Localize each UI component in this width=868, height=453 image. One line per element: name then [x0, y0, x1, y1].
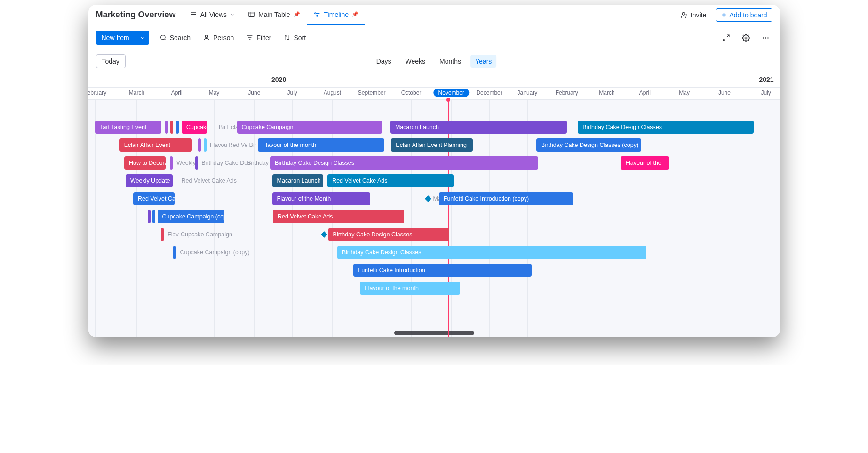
- timeline-truncated-label[interactable]: Red Velvet Cake Ads: [180, 174, 237, 187]
- month-label[interactable]: July: [761, 89, 771, 96]
- timeline-truncated-label[interactable]: Birthday Cake Desi: [199, 156, 252, 170]
- person-button[interactable]: Person: [201, 32, 236, 43]
- timeline-canvas[interactable]: BirEclaCupcakeTart Tasting EventCupcake …: [88, 100, 780, 337]
- timeline-bar[interactable]: Weekly Update: [126, 174, 173, 187]
- timeline-bar[interactable]: Flavour of the month: [360, 282, 460, 295]
- timeline-bar[interactable]: Cupcake Campaign: [237, 121, 382, 134]
- search-icon: [159, 34, 167, 41]
- month-label[interactable]: May: [209, 89, 220, 96]
- more-button[interactable]: [759, 31, 772, 44]
- add-to-board-button[interactable]: Add to board: [716, 8, 772, 22]
- month-label[interactable]: July: [287, 89, 297, 96]
- month-label[interactable]: August: [324, 89, 341, 96]
- tab-timeline[interactable]: Timeline 📌: [307, 5, 365, 25]
- month-header: FebruaryMarchAprilMayJuneJulyAugustSepte…: [88, 88, 780, 100]
- timeline-bar[interactable]: Cupcake: [182, 121, 207, 134]
- settings-button[interactable]: [740, 31, 753, 44]
- timeline-bar[interactable]: Flavour of the Month: [272, 192, 371, 205]
- timeline-bar-stub[interactable]: [173, 246, 176, 259]
- timeline-bar-stub[interactable]: [195, 156, 198, 170]
- timeline-bar-stub[interactable]: [148, 210, 151, 223]
- timeline-bar[interactable]: Macaron Launch: [390, 121, 567, 134]
- month-label[interactable]: December: [476, 89, 502, 96]
- gridline: [725, 100, 725, 337]
- month-label[interactable]: March: [599, 89, 614, 96]
- filter-button[interactable]: Filter: [244, 32, 273, 43]
- timeline-bar[interactable]: Eclair Affair Event: [119, 138, 192, 152]
- timeline-bar[interactable]: Funfetti Cake Introduction: [353, 264, 532, 277]
- timeline-truncated-label[interactable]: Red Ve: [227, 138, 248, 152]
- sort-button[interactable]: Sort: [281, 32, 308, 43]
- timeline-truncated-label[interactable]: Bir: [247, 138, 256, 152]
- month-label[interactable]: October: [401, 89, 422, 96]
- timeline-truncated-label[interactable]: Flavou: [208, 138, 228, 152]
- zoom-months[interactable]: Months: [435, 55, 466, 68]
- invite-button[interactable]: Invite: [676, 8, 711, 22]
- month-label[interactable]: September: [358, 89, 386, 96]
- timeline-bar[interactable]: Eclair Affair Event Planning: [391, 138, 472, 152]
- timeline-bar[interactable]: Macaron Launch Pa: [272, 174, 324, 187]
- timeline-bar-stub[interactable]: [176, 121, 179, 134]
- timeline-bar[interactable]: Birthday Cake Design Classes: [270, 156, 538, 170]
- month-label[interactable]: January: [518, 89, 538, 96]
- range-bar: Today DaysWeeksMonthsYears: [88, 50, 780, 73]
- tab-label: Timeline: [324, 11, 349, 18]
- month-label[interactable]: June: [718, 89, 731, 96]
- timeline-bar[interactable]: How to Decora: [124, 156, 166, 170]
- month-label[interactable]: April: [639, 89, 651, 96]
- timeline-truncated-label[interactable]: Flav: [166, 228, 179, 241]
- timeline-bar[interactable]: Red Velvet Cake Ads: [273, 210, 404, 223]
- timeline-bar[interactable]: Birthday Cake Design Classes (copy): [536, 138, 641, 152]
- timeline-bar[interactable]: Flavour of the month: [258, 138, 384, 152]
- gridline: [136, 100, 137, 337]
- timeline-bar-stub[interactable]: [198, 138, 201, 152]
- tab-all-views[interactable]: All Views: [183, 5, 242, 25]
- tab-main-table[interactable]: Main Table 📌: [241, 5, 306, 25]
- timeline-truncated-label[interactable]: Bir: [217, 121, 226, 134]
- search-button[interactable]: Search: [158, 32, 192, 43]
- timeline-milestone[interactable]: [425, 195, 431, 202]
- year-divider: [507, 73, 507, 87]
- month-label[interactable]: May: [679, 89, 690, 96]
- timeline-truncated-label[interactable]: Ecla: [225, 121, 239, 134]
- timeline-truncated-label[interactable]: Birthday: [245, 156, 269, 170]
- timeline-truncated-label[interactable]: Cupcake Campaign (copy): [178, 246, 250, 259]
- month-label[interactable]: February: [88, 89, 107, 96]
- timeline-bar[interactable]: Flavour of the: [621, 156, 669, 170]
- timeline-bar[interactable]: Birthday Cake Design Classes: [337, 246, 646, 259]
- fullscreen-button[interactable]: [720, 31, 733, 44]
- month-label[interactable]: April: [171, 89, 183, 96]
- timeline-bar[interactable]: Birthday Cake Design Classes: [578, 121, 753, 134]
- gridline: [95, 100, 96, 337]
- timeline-bar-stub[interactable]: [165, 121, 168, 134]
- timeline-bar[interactable]: Tart Tasting Event: [95, 121, 161, 134]
- timeline-truncated-label[interactable]: Weekly: [175, 156, 196, 170]
- month-label[interactable]: February: [556, 89, 578, 96]
- chevron-down-icon: [230, 12, 235, 17]
- timeline-bar-stub[interactable]: [170, 121, 173, 134]
- timeline-bar-stub[interactable]: [204, 138, 207, 152]
- gridline: [645, 100, 645, 337]
- timeline-bar-stub[interactable]: [170, 156, 173, 170]
- new-item-dropdown[interactable]: [135, 31, 149, 45]
- timeline-bar[interactable]: Red Velvet Ca: [133, 192, 175, 205]
- timeline-truncated-label[interactable]: Cupcake Campaign: [179, 228, 232, 241]
- timeline-bar[interactable]: Cupcake Campaign (cop: [158, 210, 225, 223]
- new-item-button[interactable]: New Item: [96, 31, 135, 45]
- month-label[interactable]: June: [248, 89, 260, 96]
- timeline-bar[interactable]: Red Velvet Cake Ads: [327, 174, 454, 187]
- zoom-days[interactable]: Days: [372, 55, 396, 68]
- month-current[interactable]: November: [434, 89, 469, 97]
- add-to-board-label: Add to board: [729, 11, 767, 19]
- timeline-bar-stub[interactable]: [152, 210, 155, 223]
- timeline-bar[interactable]: Birthday Cake Design Classes: [328, 228, 449, 241]
- horizontal-scrollbar[interactable]: [394, 331, 474, 335]
- zoom-years[interactable]: Years: [470, 55, 496, 68]
- timeline-milestone[interactable]: [321, 231, 327, 238]
- timeline-bar[interactable]: Funfetti Cake Introduction (copy): [439, 192, 573, 205]
- today-button[interactable]: Today: [96, 54, 126, 68]
- zoom-weeks[interactable]: Weeks: [401, 55, 430, 68]
- timeline-bar-stub[interactable]: [161, 228, 164, 241]
- month-label[interactable]: March: [129, 89, 144, 96]
- plus-icon: [721, 12, 727, 18]
